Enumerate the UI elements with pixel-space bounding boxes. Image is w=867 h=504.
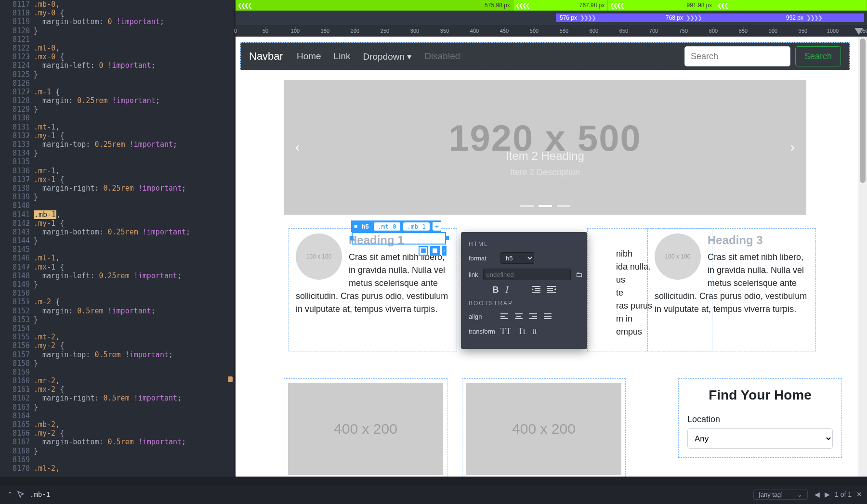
nav-item-home[interactable]: Home (297, 51, 321, 62)
carousel-slide: 1920 x 500 Item 2 Heading Item 2 Descrip… (284, 80, 806, 215)
media-query-bar[interactable]: 576 px❯❯❯❯768 px❯❯❯❯992 px❯❯❯❯ (236, 11, 867, 25)
carousel[interactable]: 1920 x 500 Item 2 Heading Item 2 Descrip… (284, 80, 806, 215)
uppercase-button[interactable]: TT (500, 326, 511, 336)
selection-tag[interactable]: h5 (361, 223, 371, 230)
nav-item-dropdown[interactable]: Dropdown ▾ (363, 51, 412, 62)
command-bar: ⌃ .mb-1 [any tag] ⌄ ◀ ▶ 1 of 1 ✕ (0, 485, 867, 504)
minimap-marker (228, 376, 233, 382)
find-home-title: Find Your Home (687, 388, 833, 403)
selector-path[interactable]: .mb-1 (30, 491, 50, 498)
child-node-bar[interactable]: + (419, 246, 448, 256)
code-editor[interactable]: 8117811881198120812181228123812481258126… (0, 0, 234, 477)
nav-dropdown-label: Dropdown (363, 52, 405, 62)
node-box-icon[interactable] (419, 246, 428, 256)
add-class-button[interactable]: + (433, 222, 441, 231)
inspector-section-label: BOOTSTRAP (469, 300, 579, 307)
ruler: 0501001502002503003504004505005506006507… (236, 25, 867, 37)
node-box-icon[interactable] (430, 246, 440, 256)
align-left-icon[interactable] (500, 311, 508, 322)
result-nav: ◀ ▶ 1 of 1 ✕ (814, 491, 862, 498)
svg-rect-1 (433, 248, 437, 253)
design-canvas[interactable]: Navbar Home Link Dropdown ▾ Disabled Sea… (236, 37, 856, 477)
close-icon[interactable]: ✕ (856, 491, 862, 498)
drag-handle-icon[interactable]: ≡ (351, 223, 361, 230)
scrollbar-thumb[interactable] (860, 39, 866, 183)
capitalize-button[interactable]: Tt (518, 326, 525, 336)
class-chip[interactable]: .mb-1 (403, 222, 430, 231)
indent-left-icon[interactable] (532, 285, 540, 295)
class-chip[interactable]: .mt-0 (374, 222, 400, 231)
link-label: link (469, 271, 478, 278)
navbar[interactable]: Navbar Home Link Dropdown ▾ Disabled Sea… (240, 42, 850, 70)
image-card[interactable]: 400 x 200 Card title (462, 378, 626, 477)
link-input[interactable] (483, 269, 571, 280)
location-label: Location (687, 414, 833, 425)
card-title[interactable]: Card title (294, 476, 340, 477)
search-input[interactable] (684, 46, 790, 66)
image-card[interactable]: 400 x 200 Card title (284, 378, 447, 477)
chevron-up-icon[interactable]: ⌃ (5, 491, 15, 498)
align-justify-icon[interactable] (544, 311, 552, 322)
media-card[interactable]: nibhida nulla.usteras purusm inempus (587, 228, 712, 351)
navbar-search: Search (684, 46, 841, 66)
format-label: format (469, 255, 496, 262)
resize-handle[interactable] (350, 236, 354, 240)
breakpoint-strip[interactable]: ❮❮❮❮575.98 px❮❮❮❮767.98 px❮❮❮❮991.98 px❮… (236, 0, 867, 11)
carousel-description: Item 2 Description (510, 168, 580, 178)
carousel-next-icon[interactable]: › (790, 140, 795, 155)
next-result-icon[interactable]: ▶ (825, 491, 830, 498)
bold-button[interactable]: B (493, 285, 499, 295)
prev-result-icon[interactable]: ◀ (814, 491, 820, 498)
svg-rect-0 (421, 248, 426, 253)
placeholder-circle: 100 x 100 (296, 233, 342, 280)
fold-column[interactable]: ▾▾▾▾▾▾▾▾▾▾▾ (25, 0, 32, 473)
carousel-heading: Item 2 Heading (506, 149, 584, 163)
indent-right-icon[interactable] (547, 285, 556, 295)
add-node-button[interactable]: + (442, 246, 447, 256)
card-title[interactable]: Card title (472, 476, 518, 477)
inspector-section-label: HTML (469, 241, 579, 247)
resize-handle[interactable] (445, 236, 449, 240)
selector-picker-icon[interactable] (15, 489, 26, 500)
chevron-down-icon: ▾ (407, 52, 412, 62)
find-home-card[interactable]: Find Your Home Location Any (678, 378, 842, 458)
navbar-brand[interactable]: Navbar (249, 50, 283, 63)
location-select[interactable]: Any (687, 428, 833, 449)
placeholder-image: 400 x 200 (466, 383, 621, 475)
chevron-down-icon: ⌄ (797, 491, 802, 498)
align-center-icon[interactable] (515, 311, 523, 322)
tag-filter-label: [any tag] (759, 491, 783, 498)
search-button[interactable]: Search (795, 46, 841, 66)
code-content[interactable]: .mb-0,.my-0 { margin-bottom: 0 !importan… (34, 0, 234, 473)
italic-button[interactable]: I (506, 285, 509, 295)
lower-cards-row: 400 x 200 Card title 400 x 200 Card titl… (284, 378, 842, 477)
selection-outline (352, 232, 446, 245)
align-right-icon[interactable] (529, 311, 537, 322)
ruler-caret-icon[interactable] (854, 28, 863, 35)
format-select[interactable]: h5 (500, 252, 534, 264)
vertical-scrollbar[interactable] (858, 37, 867, 477)
preview-panel: ❮❮❮❮575.98 px❮❮❮❮767.98 px❮❮❮❮991.98 px❮… (236, 0, 867, 477)
placeholder-image: 400 x 200 (288, 383, 443, 475)
align-label: align (469, 313, 496, 320)
selection-tag-bar[interactable]: ≡ h5 .mt-0 .mb-1 + (351, 220, 441, 232)
lowercase-button[interactable]: tt (532, 326, 537, 336)
tag-filter-dropdown[interactable]: [any tag] ⌄ (753, 490, 808, 500)
folder-icon[interactable]: 🗀 (576, 271, 582, 278)
carousel-indicators[interactable] (520, 205, 570, 207)
nav-item-disabled: Disabled (424, 51, 460, 62)
carousel-prev-icon[interactable]: ‹ (295, 140, 300, 155)
transform-label: transform (469, 328, 496, 335)
result-count: 1 of 1 (835, 491, 852, 498)
inspector-popup[interactable]: HTML format h5 link 🗀 B I B (461, 232, 587, 349)
card-body[interactable]: nibhida nulla.usteras purusm inempus (587, 228, 712, 343)
nav-item-link[interactable]: Link (334, 51, 351, 62)
